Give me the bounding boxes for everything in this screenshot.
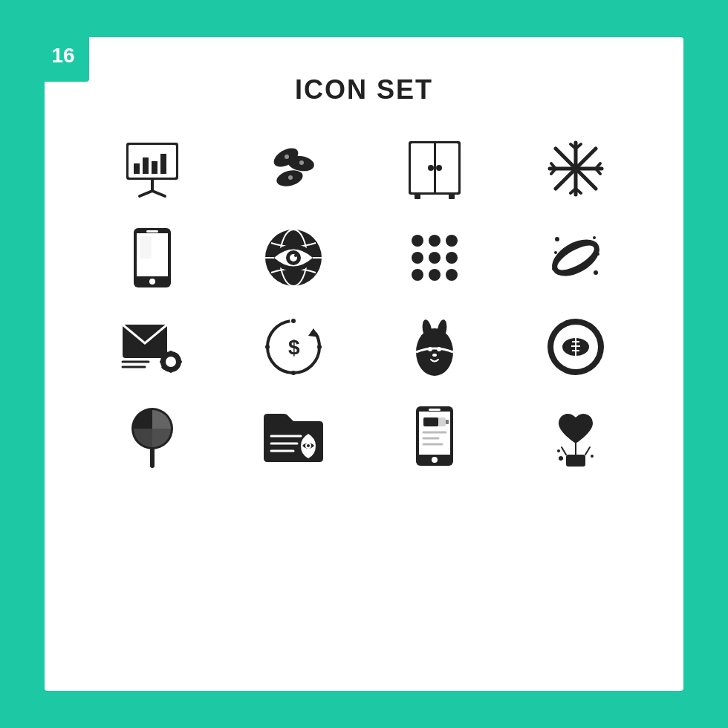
- svg-point-49: [412, 252, 423, 264]
- svg-point-51: [446, 252, 458, 264]
- svg-point-119: [559, 456, 563, 461]
- svg-rect-38: [140, 236, 152, 259]
- header: ICON SET: [74, 67, 654, 105]
- email-settings-icon: [89, 313, 215, 380]
- svg-point-57: [555, 237, 559, 241]
- svg-rect-2: [134, 163, 140, 174]
- page-title: ICON SET: [74, 74, 654, 105]
- lollipop-icon: [89, 403, 215, 469]
- main-card: 16 ICON SET: [45, 37, 683, 691]
- svg-point-18: [428, 165, 434, 171]
- svg-point-59: [552, 267, 555, 270]
- svg-point-80: [317, 345, 322, 349]
- svg-rect-109: [423, 417, 438, 426]
- svg-rect-5: [160, 154, 166, 174]
- svg-point-106: [432, 457, 438, 463]
- smartphone-icon: [89, 224, 215, 291]
- svg-point-12: [285, 155, 289, 159]
- chart-presentation-icon: [89, 135, 215, 202]
- svg-point-120: [591, 455, 594, 458]
- svg-line-116: [585, 447, 590, 455]
- svg-point-48: [446, 235, 458, 247]
- svg-rect-20: [415, 193, 420, 199]
- badge-number: 16: [37, 30, 89, 82]
- hotdog-icon: [513, 224, 639, 291]
- svg-point-62: [554, 251, 557, 254]
- svg-point-47: [429, 235, 441, 247]
- svg-rect-114: [566, 455, 585, 467]
- svg-point-67: [166, 357, 176, 367]
- svg-point-54: [446, 269, 458, 281]
- svg-rect-17: [434, 143, 436, 192]
- svg-point-58: [593, 236, 596, 239]
- svg-point-53: [429, 269, 441, 281]
- folder-eye-shield-icon: [230, 403, 357, 469]
- svg-point-45: [294, 254, 297, 257]
- dots-grid-icon: [371, 224, 498, 291]
- wardrobe-icon: [371, 135, 498, 202]
- football-plate-icon: [513, 313, 639, 380]
- svg-point-36: [149, 279, 155, 285]
- svg-point-52: [412, 269, 423, 281]
- svg-point-50: [429, 252, 441, 264]
- svg-point-14: [288, 175, 293, 180]
- pills-icon: [230, 135, 357, 202]
- svg-rect-4: [152, 161, 157, 174]
- svg-point-89: [432, 354, 437, 357]
- icon-grid: $: [74, 135, 654, 469]
- eye-globe-icon: [230, 224, 357, 291]
- heart-balloon-icon: [513, 403, 639, 469]
- svg-rect-107: [429, 409, 441, 411]
- svg-rect-37: [146, 230, 158, 233]
- svg-rect-70: [160, 360, 164, 363]
- snowflake-icon: [513, 135, 639, 202]
- easter-egg-icon: [371, 313, 498, 380]
- svg-rect-69: [169, 368, 172, 373]
- svg-line-115: [562, 447, 566, 455]
- svg-point-79: [291, 319, 296, 323]
- svg-rect-21: [449, 193, 455, 199]
- svg-rect-98: [150, 447, 155, 468]
- svg-rect-110: [446, 420, 449, 424]
- svg-point-103: [307, 444, 310, 447]
- svg-point-61: [597, 253, 599, 256]
- svg-point-81: [291, 371, 296, 375]
- svg-point-19: [436, 165, 442, 171]
- svg-point-82: [265, 345, 270, 349]
- svg-point-60: [594, 270, 598, 275]
- dollar-refresh-icon: $: [230, 313, 357, 380]
- svg-point-121: [557, 449, 560, 452]
- svg-point-13: [299, 160, 304, 165]
- svg-rect-71: [178, 360, 182, 363]
- svg-point-46: [412, 235, 423, 247]
- svg-point-83: [416, 328, 453, 376]
- svg-line-7: [140, 191, 152, 196]
- svg-rect-3: [143, 157, 149, 174]
- svg-text:$: $: [288, 336, 300, 359]
- svg-marker-77: [308, 328, 319, 337]
- phone-battery-icon: [371, 403, 498, 469]
- svg-rect-68: [169, 351, 172, 355]
- svg-line-8: [152, 191, 165, 196]
